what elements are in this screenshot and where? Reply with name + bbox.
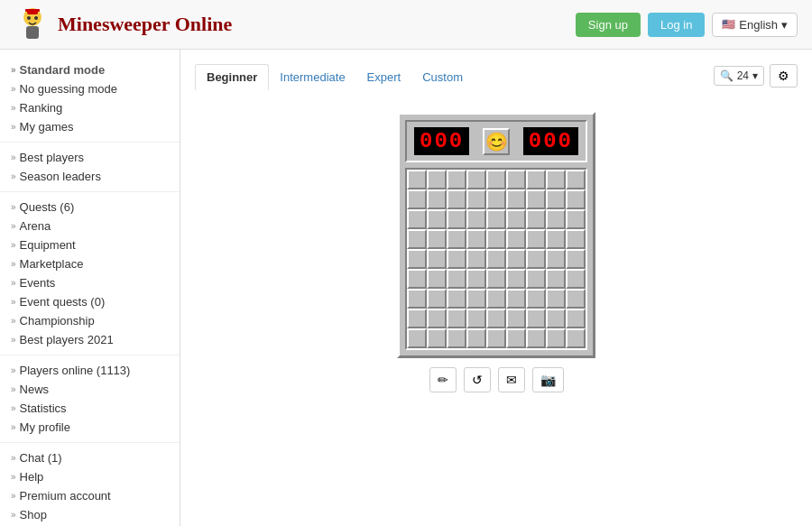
grid-cell[interactable] [447,289,466,309]
sidebar-item-best-players-2021[interactable]: »Best players 2021 [0,330,180,349]
sidebar-item-championship[interactable]: »Championship [0,311,180,330]
sidebar-item-best-players[interactable]: »Best players [0,148,180,167]
grid-cell[interactable] [566,289,586,309]
sidebar-item-help[interactable]: »Help [0,467,180,486]
sidebar-item-events[interactable]: »Events [0,273,180,292]
grid-cell[interactable] [427,289,447,309]
sidebar-item-equipment[interactable]: »Equipment [0,235,180,254]
grid-cell[interactable] [506,229,526,249]
signup-button[interactable]: Sign up [576,13,641,37]
grid-cell[interactable] [466,189,486,209]
grid-cell[interactable] [466,269,486,289]
grid-cell[interactable] [407,209,427,229]
grid-cell[interactable] [546,170,566,189]
grid-cell[interactable] [447,269,466,289]
grid-cell[interactable] [506,309,526,328]
grid-cell[interactable] [407,170,427,189]
sidebar-item-arena[interactable]: »Arena [0,217,180,235]
sidebar-item-my-games[interactable]: »My games [0,117,180,136]
grid-cell[interactable] [447,209,466,229]
grid-cell[interactable] [447,229,466,249]
grid-cell[interactable] [526,269,546,289]
action-screenshot-button[interactable]: 📷 [532,367,564,392]
grid-cell[interactable] [486,269,506,289]
grid-cell[interactable] [526,209,546,229]
language-dropdown[interactable]: 🇺🇸 English ▾ [712,13,798,37]
zoom-select[interactable]: 🔍 24 ▾ [714,66,764,86]
grid-cell[interactable] [566,189,586,209]
sidebar-item-standard-mode[interactable]: »Standard mode [0,60,180,79]
grid-cell[interactable] [526,309,546,328]
grid-cell[interactable] [427,309,447,328]
grid-cell[interactable] [526,289,546,309]
grid-cell[interactable] [486,309,506,328]
tab-beginner[interactable]: Beginner [195,64,269,90]
grid-cell[interactable] [486,209,506,229]
grid-cell[interactable] [466,328,486,348]
grid-cell[interactable] [506,269,526,289]
grid-cell[interactable] [466,289,486,309]
grid-cell[interactable] [486,229,506,249]
grid-cell[interactable] [566,249,586,269]
smiley-button[interactable]: 😊 [483,128,510,155]
tab-expert[interactable]: Expert [356,65,412,89]
grid-cell[interactable] [546,269,566,289]
sidebar-item-statistics[interactable]: »Statistics [0,399,180,418]
grid-cell[interactable] [486,189,506,209]
grid-cell[interactable] [466,309,486,328]
grid-cell[interactable] [407,328,427,348]
grid-cell[interactable] [546,328,566,348]
grid-cell[interactable] [526,170,546,189]
grid-cell[interactable] [427,328,447,348]
grid-cell[interactable] [466,229,486,249]
grid-cell[interactable] [427,209,447,229]
grid-cell[interactable] [427,269,447,289]
grid-cell[interactable] [566,269,586,289]
action-share-button[interactable]: ✉ [498,367,525,392]
sidebar-item-players-online[interactable]: »Players online (1113) [0,361,180,380]
grid-cell[interactable] [407,249,427,269]
grid-cell[interactable] [546,249,566,269]
grid-cell[interactable] [506,170,526,189]
grid-cell[interactable] [447,170,466,189]
grid-cell[interactable] [506,328,526,348]
grid-cell[interactable] [566,328,586,348]
grid-cell[interactable] [447,249,466,269]
settings-button[interactable]: ⚙ [770,64,798,88]
sidebar-item-season-leaders[interactable]: »Season leaders [0,167,180,186]
grid-cell[interactable] [486,328,506,348]
grid-cell[interactable] [546,229,566,249]
grid-cell[interactable] [447,328,466,348]
grid-cell[interactable] [466,170,486,189]
grid-cell[interactable] [506,209,526,229]
grid-cell[interactable] [526,229,546,249]
sidebar-item-premium-account[interactable]: »Premium account [0,486,180,505]
action-refresh-button[interactable]: ↺ [464,367,491,392]
grid-cell[interactable] [566,209,586,229]
grid-cell[interactable] [447,189,466,209]
sidebar-item-news[interactable]: »News [0,380,180,399]
grid-cell[interactable] [407,189,427,209]
grid-cell[interactable] [526,328,546,348]
sidebar-item-quests[interactable]: »Quests (6) [0,198,180,217]
sidebar-item-no-guessing-mode[interactable]: »No guessing mode [0,79,180,98]
grid-cell[interactable] [427,229,447,249]
grid-cell[interactable] [486,170,506,189]
grid-cell[interactable] [506,249,526,269]
grid-cell[interactable] [466,249,486,269]
grid-cell[interactable] [506,189,526,209]
grid-cell[interactable] [407,309,427,328]
login-button[interactable]: Log in [648,13,705,37]
grid-cell[interactable] [407,269,427,289]
sidebar-item-ranking[interactable]: »Ranking [0,98,180,117]
sidebar-item-marketplace[interactable]: »Marketplace [0,254,180,273]
grid-cell[interactable] [427,170,447,189]
tab-custom[interactable]: Custom [411,65,474,89]
grid-cell[interactable] [526,249,546,269]
grid-cell[interactable] [546,209,566,229]
sidebar-item-chat[interactable]: »Chat (1) [0,448,180,467]
grid-cell[interactable] [526,189,546,209]
tab-intermediate[interactable]: Intermediate [269,65,355,89]
grid-cell[interactable] [546,309,566,328]
grid-cell[interactable] [466,209,486,229]
